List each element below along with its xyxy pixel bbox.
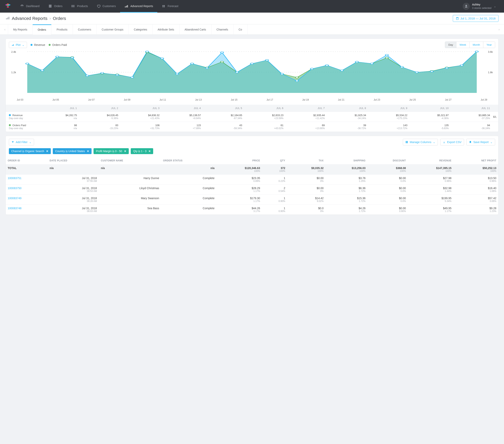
col-header[interactable]: PRICE [216, 157, 262, 164]
svg-point-60 [340, 70, 343, 71]
nav-products[interactable]: Products [67, 0, 92, 13]
tab-co[interactable]: Co [234, 24, 248, 35]
svg-point-48 [161, 58, 164, 59]
svg-rect-5 [9, 17, 9, 19]
breadcrumb: Advanced Reports › Orders [5, 16, 66, 21]
metric-cell: 143+213.72% [368, 122, 409, 132]
download-icon [443, 141, 446, 143]
tabs-prev[interactable]: ‹ [2, 28, 8, 31]
col-header: JUL 10 [409, 105, 450, 112]
svg-point-51 [206, 67, 209, 69]
metric-cell: 135-5.63% [409, 122, 450, 132]
svg-point-62 [370, 63, 374, 64]
chevron-down-icon: ⌄ [29, 141, 32, 144]
close-icon[interactable]: ✕ [46, 150, 48, 153]
period-month[interactable]: Month [469, 42, 483, 48]
manage-columns-button[interactable]: Manage Columns⌄ [403, 139, 438, 145]
col-header: JUL 1 [37, 105, 79, 112]
col-header[interactable]: CUSTOMER NAME [99, 157, 161, 164]
x-tick: Jul 27 [445, 98, 451, 101]
svg-point-21 [220, 61, 224, 63]
chevron-down-icon: ⌄ [433, 141, 435, 144]
metric-cell: $5,321.97-4.36% [409, 112, 450, 122]
svg-point-67 [445, 67, 448, 69]
col-header: JUL 2 [79, 105, 120, 112]
close-icon[interactable]: ✕ [87, 150, 89, 153]
filter-chip[interactable]: Channel is Organic Search✕ [9, 148, 51, 154]
col-header: JUL 9 [368, 105, 409, 112]
tab-channels[interactable]: Channels [212, 24, 234, 35]
tab-categories[interactable]: Categories [129, 24, 153, 35]
svg-point-45 [116, 74, 119, 76]
nav-icon [97, 4, 101, 8]
period-week[interactable]: Week [456, 42, 469, 48]
col-header[interactable]: NET PROFIT [453, 157, 498, 164]
tab-customers[interactable]: Customers [73, 24, 97, 35]
col-header[interactable]: QTY [262, 157, 287, 164]
metric-cell: 39-38.72% [326, 122, 368, 132]
nav-customers[interactable]: Customers [92, 0, 120, 13]
tab-customer-groups[interactable]: Customer Groups [96, 24, 128, 35]
plot-button[interactable]: Plot ⌄ [9, 42, 27, 48]
svg-point-56 [280, 73, 284, 75]
nav-dashboard[interactable]: Dashboard [16, 0, 44, 13]
filter-chip[interactable]: Qty is 1 - 3✕ [131, 148, 153, 154]
order-link[interactable]: 100083750 [8, 187, 21, 190]
x-tick: Jul 23 [374, 98, 380, 101]
metric-label: Orders PaidDay-over-day [6, 122, 37, 132]
col-header[interactable]: DISCOUNT [368, 157, 408, 164]
chart-area: 2.4k 1.2k 3.6k 1.8k [11, 50, 493, 97]
main-nav: DashboardOrdersProductsCustomersAdvanced… [16, 0, 463, 13]
tabs-next[interactable]: › [496, 28, 502, 31]
calendar-icon [456, 17, 459, 20]
order-link[interactable]: 100083751 [8, 177, 21, 180]
tab-attribute-sets[interactable]: Attribute Sets [153, 24, 180, 35]
svg-point-58 [310, 68, 313, 70]
report-tabs: ‹ My ReportsOrdersProductsCustomersCusto… [0, 24, 504, 35]
nav-orders[interactable]: Orders [44, 0, 67, 13]
chevron-down-icon: ⌄ [22, 43, 24, 46]
tab-orders[interactable]: Orders [33, 24, 52, 35]
breadcrumb-section[interactable]: Advanced Reports [12, 16, 47, 21]
col-header[interactable]: TAX [287, 157, 326, 164]
legend-revenue: Revenue [31, 43, 45, 46]
save-report-button[interactable]: Save Report⌄ [466, 139, 495, 145]
col-header: JUL 11 [450, 105, 492, 112]
svg-point-26 [295, 77, 298, 78]
add-filter-button[interactable]: Add Filter⌄ [9, 139, 34, 145]
period-day[interactable]: Day [445, 42, 456, 48]
filter-chip[interactable]: Country is United States✕ [53, 148, 91, 154]
user-menu[interactable]: Ashley 3 stores selected ⌄ [463, 3, 500, 10]
col-header[interactable]: DATE PLACED [48, 157, 99, 164]
tab-my-reports[interactable]: My Reports [8, 24, 33, 35]
topbar: DashboardOrdersProductsCustomersAdvanced… [0, 0, 504, 13]
x-tick: Jul 21 [338, 98, 344, 101]
nav-forecast[interactable]: Forecast [157, 0, 182, 13]
table-row: 100083751Jul 31, 201807:55 AMHarry Dunne… [6, 175, 498, 185]
orders-table-card: Add Filter⌄ Manage Columns⌄ Export CSV S… [5, 136, 499, 215]
app-logo[interactable] [4, 2, 12, 10]
period-toggle: DayWeekMonthYear [445, 41, 495, 48]
col-header[interactable]: ORDER STATUS [161, 157, 216, 164]
tab-abandoned-carts[interactable]: Abandoned Carts [180, 24, 212, 35]
export-csv-button[interactable]: Export CSV [440, 139, 464, 145]
order-link[interactable]: 100083749 [8, 197, 21, 200]
svg-point-41 [56, 56, 59, 57]
filter-chip[interactable]: Profit Margin is 0 - 50✕ [93, 148, 129, 154]
col-header[interactable]: SHIPPING [325, 157, 367, 164]
col-header[interactable]: REVENUE [408, 157, 453, 164]
order-link[interactable]: 100083748 [8, 207, 21, 210]
tab-products[interactable]: Products [51, 24, 73, 35]
nav-advanced-reports[interactable]: Advanced Reports [120, 0, 157, 13]
svg-point-61 [355, 61, 359, 63]
period-year[interactable]: Year [483, 42, 495, 48]
close-icon[interactable]: ✕ [148, 150, 151, 153]
metric-cell: 115+7.89% [161, 122, 202, 132]
col-header[interactable]: ORDER ID [6, 157, 48, 164]
x-tick: Jul 19 [302, 98, 309, 101]
metric-cell: $5,534.22+175.23% [368, 112, 409, 122]
date-range-button[interactable]: Jul 1, 2018 — Jul 31, 2018 [453, 15, 499, 22]
metric-cell: 83-15.23% [79, 122, 120, 132]
svg-point-57 [295, 80, 298, 82]
close-icon[interactable]: ✕ [124, 150, 126, 153]
